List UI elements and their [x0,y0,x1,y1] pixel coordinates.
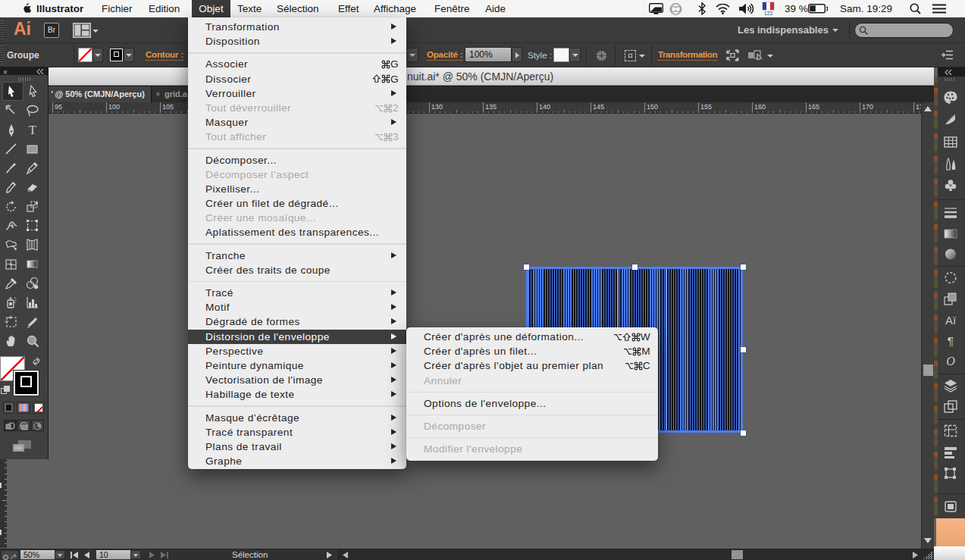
svg-text:O: O [946,355,955,368]
svg-text:¶: ¶ [948,334,954,347]
svg-text:Aï: Aï [945,314,957,327]
svg-text:T: T [29,124,36,136]
